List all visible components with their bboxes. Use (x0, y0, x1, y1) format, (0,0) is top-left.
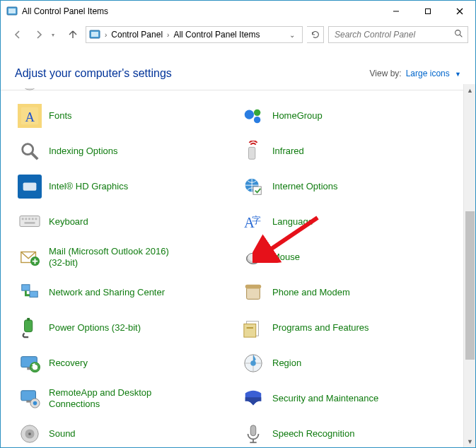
control-panel-item-programs[interactable]: Programs and Features (237, 310, 460, 346)
control-panel-item-homegroup[interactable]: HomeGroup (237, 98, 460, 134)
control-panel-item-phone[interactable]: Phone and Modem (237, 275, 460, 310)
search-input[interactable] (333, 29, 454, 40)
control-panel-item-power[interactable]: Power Options (32-bit) (13, 310, 237, 346)
breadcrumb-segment[interactable]: All Control Panel Items (173, 30, 260, 40)
item-label: Indexing Options (49, 146, 118, 157)
control-panel-item-mail[interactable]: Mail (Microsoft Outlook 2016) (32-bit) (13, 240, 237, 275)
item-grid: AFontsHomeGroupIndexing OptionsInfraredI… (1, 84, 463, 447)
minimize-button[interactable] (380, 1, 412, 22)
security-icon (241, 387, 265, 411)
internet-icon (241, 175, 265, 199)
svg-text:A: A (25, 110, 35, 124)
svg-rect-39 (30, 291, 37, 297)
control-panel-item-fonts[interactable]: AFonts (13, 98, 237, 134)
speech-icon (241, 422, 265, 446)
recovery-icon (18, 351, 42, 375)
item-label: Power Options (32-bit) (49, 322, 141, 334)
control-panel-item-indexing[interactable]: Indexing Options (13, 134, 237, 169)
svg-rect-28 (32, 218, 34, 220)
svg-rect-45 (244, 324, 256, 337)
control-panel-item-intel[interactable]: Intel® HD Graphics (13, 169, 237, 204)
svg-line-18 (32, 153, 37, 159)
item-label: Internet Options (272, 181, 338, 192)
recent-locations-dropdown[interactable]: ▾ (52, 32, 60, 38)
mouse-icon (241, 245, 265, 269)
item-label: Network and Sharing Center (49, 287, 165, 298)
back-button[interactable] (9, 26, 26, 43)
close-button[interactable] (443, 1, 475, 22)
homegroup-icon (241, 104, 265, 128)
svg-point-10 (22, 88, 38, 90)
item-label: Language (272, 216, 313, 228)
control-panel-item-remote[interactable]: RemoteApp and Desktop Connections (13, 381, 237, 416)
language-icon: A字 (241, 210, 265, 234)
search-box[interactable] (328, 26, 468, 43)
address-bar-icon (89, 29, 100, 40)
control-panel-icon (6, 6, 18, 17)
svg-rect-25 (22, 218, 24, 220)
svg-rect-30 (25, 222, 35, 224)
search-icon (454, 29, 463, 40)
scroll-down-button[interactable]: ▼ (464, 435, 476, 447)
viewby-dropdown[interactable]: Large icons ▼ (406, 69, 461, 78)
viewby-label: View by: (370, 69, 402, 78)
item-label: RemoteApp and Desktop Connections (49, 387, 169, 411)
partial-item[interactable] (13, 88, 237, 98)
svg-rect-29 (35, 218, 37, 220)
svg-rect-3 (425, 9, 430, 14)
svg-rect-1 (8, 8, 16, 13)
control-panel-item-recovery[interactable]: Recovery (13, 346, 237, 381)
svg-rect-46 (247, 327, 253, 329)
scroll-up-button[interactable]: ▲ (464, 84, 476, 96)
vertical-scrollbar[interactable]: ▲ ▼ (463, 84, 475, 447)
forward-button[interactable] (30, 26, 47, 43)
nav-row: ▾ › Control Panel › All Control Panel It… (1, 22, 475, 47)
control-panel-item-security[interactable]: Security and Maintenance (237, 381, 460, 416)
svg-point-58 (28, 432, 31, 435)
page-title: Adjust your computer's settings (15, 67, 370, 80)
svg-point-16 (254, 117, 260, 123)
control-panel-item-keyboard[interactable]: Keyboard (13, 204, 237, 240)
control-panel-item-speech[interactable]: Speech Recognition (237, 416, 460, 447)
address-bar[interactable]: › Control Panel › All Control Panel Item… (86, 26, 303, 43)
address-dropdown[interactable]: ⌄ (285, 31, 299, 39)
svg-rect-21 (23, 182, 37, 190)
control-panel-item-internet[interactable]: Internet Options (237, 169, 460, 204)
partial-item[interactable] (237, 88, 460, 98)
svg-rect-43 (27, 318, 30, 321)
item-label: HomeGroup (272, 110, 323, 122)
sound-icon (18, 422, 42, 446)
window-title: All Control Panel Items (22, 6, 108, 16)
item-label: Keyboard (49, 216, 88, 228)
chevron-down-icon: ▼ (455, 71, 461, 78)
maximize-button[interactable] (412, 1, 443, 22)
remote-icon (18, 387, 42, 411)
control-panel-item-infrared[interactable]: Infrared (237, 134, 460, 169)
up-button[interactable] (64, 26, 81, 43)
item-label: Recovery (49, 358, 88, 369)
control-panel-item-network[interactable]: Network and Sharing Center (13, 275, 237, 310)
svg-rect-40 (247, 288, 260, 300)
control-panel-item-sound[interactable]: Sound (13, 416, 237, 447)
control-panel-item-mouse[interactable]: Mouse (237, 240, 460, 275)
svg-point-37 (248, 253, 259, 261)
svg-rect-24 (20, 216, 40, 227)
content-area: AFontsHomeGroupIndexing OptionsInfraredI… (1, 84, 475, 447)
item-label: Fonts (49, 110, 72, 122)
titlebar: All Control Panel Items (1, 1, 475, 22)
scroll-thumb[interactable] (465, 211, 475, 360)
infrared-icon (241, 139, 265, 163)
svg-rect-38 (22, 285, 30, 290)
item-label: Region (272, 358, 301, 369)
refresh-button[interactable] (307, 26, 324, 43)
control-panel-item-language[interactable]: A字Language (237, 204, 460, 240)
item-label: Mouse (272, 252, 300, 263)
phone-icon (241, 281, 265, 305)
breadcrumb-segment[interactable]: Control Panel (111, 30, 163, 40)
control-panel-item-region[interactable]: Region (237, 346, 460, 381)
svg-rect-41 (245, 285, 262, 289)
item-label: Phone and Modem (272, 287, 350, 298)
svg-point-14 (245, 110, 254, 119)
item-label: Programs and Features (272, 322, 369, 334)
svg-point-15 (254, 110, 260, 116)
